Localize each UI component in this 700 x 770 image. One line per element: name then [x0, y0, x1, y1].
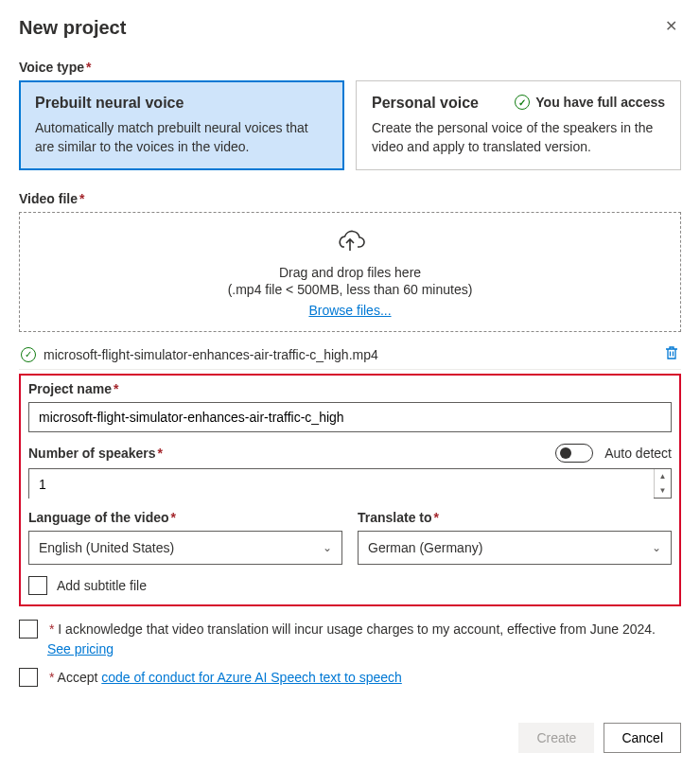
- cloud-upload-icon: [335, 230, 365, 257]
- dropzone-constraint: (.mp4 file < 500MB, less than 60 minutes…: [31, 282, 669, 297]
- voice-option-personal[interactable]: ✓ You have full access Personal voice Cr…: [356, 80, 681, 170]
- speakers-input[interactable]: ▲ ▼: [28, 468, 672, 499]
- dialog-title: New project: [19, 17, 126, 39]
- translate-label: Translate to*: [358, 510, 672, 525]
- speakers-label: Number of speakers*: [28, 446, 163, 461]
- auto-detect-toggle[interactable]: [555, 444, 593, 463]
- uploaded-file-name: microsoft-flight-simulator-enhances-air-…: [44, 347, 656, 362]
- ack-checkbox[interactable]: [19, 620, 38, 639]
- close-icon[interactable]: ✕: [661, 17, 681, 36]
- see-pricing-link[interactable]: See pricing: [47, 641, 114, 656]
- chevron-down-icon: ⌄: [652, 541, 661, 554]
- project-settings-section: Project name* Number of speakers* Auto d…: [19, 374, 681, 606]
- voice-option-desc: Create the personal voice of the speaker…: [372, 119, 665, 156]
- ack-text: * I acknowledge that video translation w…: [47, 620, 681, 658]
- speakers-value[interactable]: [29, 469, 654, 499]
- voice-option-prebuilt[interactable]: Prebuilt neural voice Automatically matc…: [19, 80, 344, 170]
- translate-value: German (Germany): [368, 540, 482, 555]
- spinner-up-icon[interactable]: ▲: [655, 469, 671, 483]
- file-ok-icon: ✓: [21, 347, 36, 362]
- dropzone-text: Drag and drop files here: [31, 265, 669, 280]
- voice-type-label: Voice type*: [19, 60, 681, 75]
- coc-link[interactable]: code of conduct for Azure AI Speech text…: [101, 670, 402, 685]
- project-name-label: Project name*: [28, 381, 672, 396]
- check-circle-icon: ✓: [515, 95, 530, 110]
- project-name-input[interactable]: [28, 402, 672, 432]
- language-select[interactable]: English (United States) ⌄: [28, 531, 342, 565]
- cancel-button[interactable]: Cancel: [604, 723, 681, 753]
- subtitle-label: Add subtitle file: [57, 576, 147, 595]
- create-button[interactable]: Create: [518, 723, 594, 753]
- coc-text: * Accept code of conduct for Azure AI Sp…: [47, 668, 402, 687]
- auto-detect-label: Auto detect: [604, 446, 672, 461]
- language-label: Language of the video*: [28, 510, 342, 525]
- delete-file-icon[interactable]: [664, 345, 679, 363]
- video-file-label: Video file*: [19, 191, 681, 206]
- uploaded-file-row: ✓ microsoft-flight-simulator-enhances-ai…: [19, 340, 681, 370]
- access-badge: ✓ You have full access: [515, 95, 665, 110]
- language-value: English (United States): [39, 540, 174, 555]
- subtitle-checkbox[interactable]: [28, 576, 47, 595]
- spinner-down-icon[interactable]: ▼: [655, 483, 671, 498]
- voice-option-desc: Automatically match prebuilt neural voic…: [35, 119, 328, 156]
- coc-checkbox[interactable]: [19, 668, 38, 687]
- translate-select[interactable]: German (Germany) ⌄: [358, 531, 672, 565]
- browse-files-link[interactable]: Browse files...: [308, 303, 391, 318]
- chevron-down-icon: ⌄: [323, 541, 332, 554]
- voice-option-title: Prebuilt neural voice: [35, 95, 328, 112]
- file-dropzone[interactable]: Drag and drop files here (.mp4 file < 50…: [19, 212, 681, 332]
